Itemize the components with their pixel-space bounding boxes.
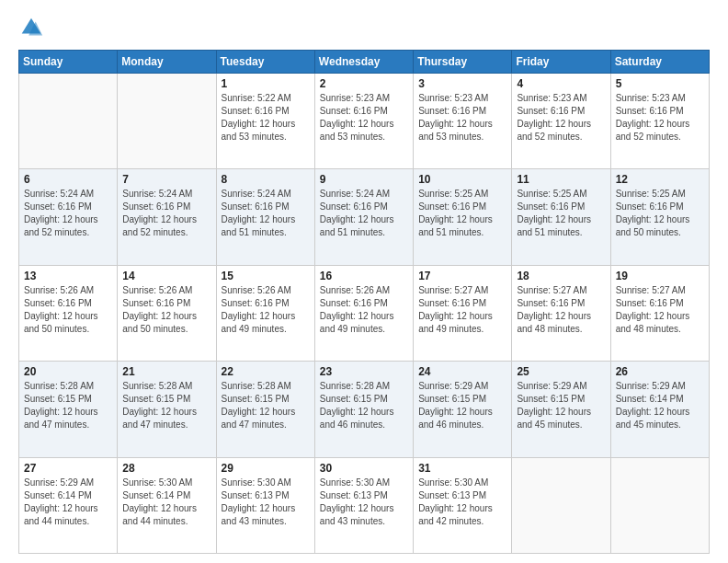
day-info: Sunrise: 5:30 AM Sunset: 6:13 PM Dayligh… [222,477,310,528]
day-info: Sunrise: 5:27 AM Sunset: 6:16 PM Dayligh… [517,284,605,336]
day-number: 17 [418,270,506,282]
calendar-week-row: 20Sunrise: 5:28 AM Sunset: 6:15 PM Dayli… [19,362,710,457]
calendar-table: SundayMondayTuesdayWednesdayThursdayFrid… [18,50,710,554]
calendar-week-row: 27Sunrise: 5:29 AM Sunset: 6:14 PM Dayli… [19,457,710,553]
calendar-cell: 14Sunrise: 5:26 AM Sunset: 6:16 PM Dayli… [118,265,216,361]
day-number: 13 [24,270,112,282]
day-info: Sunrise: 5:29 AM Sunset: 6:15 PM Dayligh… [517,380,605,431]
day-info: Sunrise: 5:23 AM Sunset: 6:16 PM Dayligh… [418,92,506,144]
calendar-cell: 10Sunrise: 5:25 AM Sunset: 6:16 PM Dayli… [414,169,512,265]
calendar-cell: 12Sunrise: 5:25 AM Sunset: 6:16 PM Dayli… [610,169,709,265]
day-info: Sunrise: 5:23 AM Sunset: 6:16 PM Dayligh… [320,92,408,144]
day-info: Sunrise: 5:30 AM Sunset: 6:13 PM Dayligh… [418,477,506,528]
calendar-day-header: Thursday [414,51,512,74]
calendar-cell [118,74,216,169]
calendar-cell: 9Sunrise: 5:24 AM Sunset: 6:16 PM Daylig… [314,169,413,265]
day-number: 24 [418,365,506,378]
calendar-cell [512,457,610,553]
day-number: 26 [616,365,704,378]
calendar-cell: 16Sunrise: 5:26 AM Sunset: 6:16 PM Dayli… [314,265,413,361]
calendar-cell: 26Sunrise: 5:29 AM Sunset: 6:14 PM Dayli… [610,362,709,457]
calendar-header-row: SundayMondayTuesdayWednesdayThursdayFrid… [19,51,710,74]
day-info: Sunrise: 5:25 AM Sunset: 6:16 PM Dayligh… [418,188,506,239]
calendar-cell: 2Sunrise: 5:23 AM Sunset: 6:16 PM Daylig… [314,74,413,169]
day-info: Sunrise: 5:28 AM Sunset: 6:15 PM Dayligh… [122,380,210,431]
day-number: 22 [222,365,310,378]
calendar-cell: 30Sunrise: 5:30 AM Sunset: 6:13 PM Dayli… [314,457,413,553]
day-info: Sunrise: 5:27 AM Sunset: 6:16 PM Dayligh… [418,284,506,336]
day-number: 14 [122,270,210,282]
day-info: Sunrise: 5:29 AM Sunset: 6:14 PM Dayligh… [24,477,112,528]
day-info: Sunrise: 5:29 AM Sunset: 6:15 PM Dayligh… [418,380,506,431]
day-number: 18 [517,270,605,282]
day-number: 21 [122,365,210,378]
calendar-day-header: Monday [118,51,216,74]
logo-icon [18,15,44,40]
day-number: 12 [616,173,704,186]
calendar-day-header: Sunday [19,51,118,74]
day-info: Sunrise: 5:25 AM Sunset: 6:16 PM Dayligh… [517,188,605,239]
calendar-cell: 31Sunrise: 5:30 AM Sunset: 6:13 PM Dayli… [414,457,512,553]
day-info: Sunrise: 5:24 AM Sunset: 6:16 PM Dayligh… [222,188,310,239]
day-number: 19 [616,270,704,282]
day-info: Sunrise: 5:29 AM Sunset: 6:14 PM Dayligh… [616,380,704,431]
day-number: 29 [222,462,310,475]
calendar-cell: 13Sunrise: 5:26 AM Sunset: 6:16 PM Dayli… [19,265,118,361]
calendar-day-header: Saturday [610,51,709,74]
day-number: 28 [122,462,210,475]
day-number: 8 [222,173,310,186]
calendar-cell: 17Sunrise: 5:27 AM Sunset: 6:16 PM Dayli… [414,265,512,361]
day-number: 23 [320,365,408,378]
day-info: Sunrise: 5:28 AM Sunset: 6:15 PM Dayligh… [222,380,310,431]
day-info: Sunrise: 5:26 AM Sunset: 6:16 PM Dayligh… [24,284,112,336]
calendar-cell: 29Sunrise: 5:30 AM Sunset: 6:13 PM Dayli… [216,457,314,553]
calendar-cell: 28Sunrise: 5:30 AM Sunset: 6:14 PM Dayli… [118,457,216,553]
calendar-day-header: Friday [512,51,610,74]
day-number: 30 [320,462,408,475]
logo [18,15,48,40]
calendar-cell [610,457,709,553]
day-info: Sunrise: 5:25 AM Sunset: 6:16 PM Dayligh… [616,188,704,239]
day-number: 9 [320,173,408,186]
day-number: 31 [418,462,506,475]
calendar-cell: 20Sunrise: 5:28 AM Sunset: 6:15 PM Dayli… [19,362,118,457]
day-info: Sunrise: 5:26 AM Sunset: 6:16 PM Dayligh… [320,284,408,336]
day-number: 15 [222,270,310,282]
day-info: Sunrise: 5:23 AM Sunset: 6:16 PM Dayligh… [616,92,704,144]
day-info: Sunrise: 5:24 AM Sunset: 6:16 PM Dayligh… [122,188,210,239]
calendar-cell: 21Sunrise: 5:28 AM Sunset: 6:15 PM Dayli… [118,362,216,457]
calendar-week-row: 13Sunrise: 5:26 AM Sunset: 6:16 PM Dayli… [19,265,710,361]
calendar-cell: 4Sunrise: 5:23 AM Sunset: 6:16 PM Daylig… [512,74,610,169]
day-info: Sunrise: 5:28 AM Sunset: 6:15 PM Dayligh… [24,380,112,431]
day-info: Sunrise: 5:26 AM Sunset: 6:16 PM Dayligh… [122,284,210,336]
calendar-day-header: Tuesday [216,51,314,74]
day-number: 5 [616,77,704,90]
day-number: 4 [517,77,605,90]
calendar-cell: 22Sunrise: 5:28 AM Sunset: 6:15 PM Dayli… [216,362,314,457]
day-number: 16 [320,270,408,282]
calendar-cell: 5Sunrise: 5:23 AM Sunset: 6:16 PM Daylig… [610,74,709,169]
calendar-cell: 25Sunrise: 5:29 AM Sunset: 6:15 PM Dayli… [512,362,610,457]
calendar-cell: 19Sunrise: 5:27 AM Sunset: 6:16 PM Dayli… [610,265,709,361]
day-number: 1 [222,77,310,90]
day-info: Sunrise: 5:27 AM Sunset: 6:16 PM Dayligh… [616,284,704,336]
calendar-cell: 3Sunrise: 5:23 AM Sunset: 6:16 PM Daylig… [414,74,512,169]
calendar-cell: 1Sunrise: 5:22 AM Sunset: 6:16 PM Daylig… [216,74,314,169]
day-info: Sunrise: 5:28 AM Sunset: 6:15 PM Dayligh… [320,380,408,431]
page: SundayMondayTuesdayWednesdayThursdayFrid… [0,0,728,563]
calendar-cell: 15Sunrise: 5:26 AM Sunset: 6:16 PM Dayli… [216,265,314,361]
day-info: Sunrise: 5:26 AM Sunset: 6:16 PM Dayligh… [222,284,310,336]
day-number: 11 [517,173,605,186]
day-number: 2 [320,77,408,90]
calendar-cell: 6Sunrise: 5:24 AM Sunset: 6:16 PM Daylig… [19,169,118,265]
day-info: Sunrise: 5:24 AM Sunset: 6:16 PM Dayligh… [24,188,112,239]
calendar-cell: 18Sunrise: 5:27 AM Sunset: 6:16 PM Dayli… [512,265,610,361]
day-info: Sunrise: 5:23 AM Sunset: 6:16 PM Dayligh… [517,92,605,144]
day-number: 27 [24,462,112,475]
day-number: 3 [418,77,506,90]
day-info: Sunrise: 5:22 AM Sunset: 6:16 PM Dayligh… [222,92,310,144]
day-number: 7 [122,173,210,186]
calendar-cell: 27Sunrise: 5:29 AM Sunset: 6:14 PM Dayli… [19,457,118,553]
day-info: Sunrise: 5:30 AM Sunset: 6:13 PM Dayligh… [320,477,408,528]
day-number: 25 [517,365,605,378]
